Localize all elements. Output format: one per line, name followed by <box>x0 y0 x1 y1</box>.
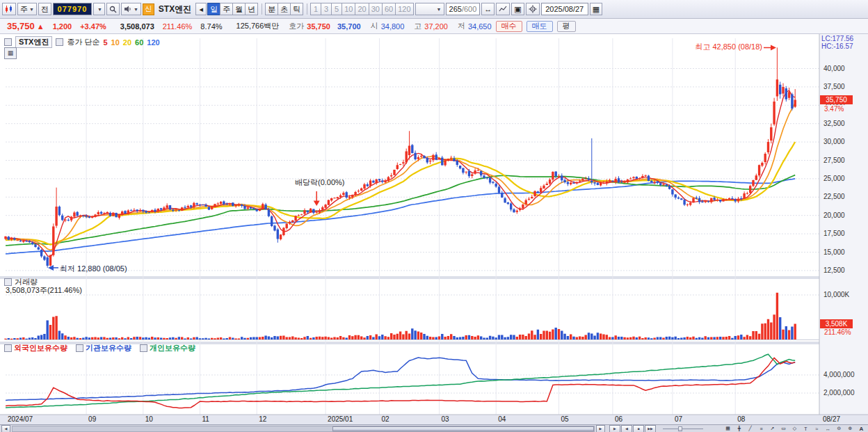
interval-button-30[interactable]: 30 <box>369 3 383 15</box>
pane-toggle-icon[interactable] <box>4 344 12 352</box>
minute-tab-분[interactable]: 분 <box>265 3 278 15</box>
zoom-in-icon[interactable]: ⊕ <box>845 425 855 432</box>
chevron-down-icon: ▼ <box>29 7 34 12</box>
trendline-icon[interactable]: ╱ <box>745 425 755 432</box>
pane-toggle-icon[interactable] <box>76 344 83 352</box>
calendar-icon: ▦ <box>593 5 600 14</box>
crosshair-icon[interactable]: ╋ <box>734 425 744 432</box>
playback-group: ▶◀■▶▶ <box>609 425 656 432</box>
save-chart-button[interactable]: ▣ <box>511 3 524 15</box>
bar-count-input[interactable]: 265/600 <box>446 3 481 15</box>
scroll-left-button[interactable]: ◀ <box>1 425 10 432</box>
scroll-right-button[interactable]: ▶ <box>596 425 605 432</box>
calendar-button[interactable]: ▦ <box>590 3 602 15</box>
code-dropdown-button[interactable]: ▼ <box>93 3 105 15</box>
zoom-out-icon[interactable]: ⊖ <box>834 425 844 432</box>
data-grid-button[interactable]: ▦ <box>4 47 17 59</box>
chart-settings-button[interactable] <box>526 3 540 15</box>
chart-canvas[interactable]: 2024/07091011122025/010203040506070808/2… <box>0 34 868 424</box>
open-price: 34,800 <box>381 22 405 31</box>
chart-region: 2024/07091011122025/010203040506070808/2… <box>0 34 868 424</box>
price-change-pct: +3.47% <box>80 22 106 31</box>
price-tick-label: 12,500 <box>823 266 845 274</box>
sound-toggle-button[interactable]: ▼ <box>121 3 141 15</box>
sell-button[interactable]: 매도 <box>527 21 553 32</box>
pane-toggle-icon[interactable] <box>140 344 147 352</box>
fast-forward-button[interactable]: ▶▶ <box>645 425 656 432</box>
play-button[interactable]: ▶ <box>609 425 620 432</box>
interval-button-1[interactable]: 1 <box>310 3 321 15</box>
bid-price: 35,700 <box>337 22 361 31</box>
ma10-legend: 10 <box>111 38 120 47</box>
ma20-legend: 20 <box>123 38 131 47</box>
rect-tool-icon[interactable]: ▭ <box>778 425 789 432</box>
period-tab-일[interactable]: 일 <box>207 3 220 15</box>
grid-icon[interactable]: ▦ <box>723 425 733 432</box>
save-icon: ▣ <box>514 5 521 14</box>
bar-count-value: 265 <box>449 5 462 13</box>
chevron-down-icon: ▼ <box>437 7 442 12</box>
volume-pane-value: 3,508,073주(211.46%) <box>6 285 82 296</box>
scrollbar-thumb[interactable] <box>332 426 594 431</box>
interval-button-5[interactable]: 5 <box>331 3 342 15</box>
period-tab-월[interactable]: 월 <box>232 3 246 15</box>
period-tab-년[interactable]: 년 <box>245 3 258 15</box>
wave-tool-icon[interactable]: ≈ <box>812 425 822 432</box>
arrow-tool-icon[interactable]: ↗ <box>767 425 778 432</box>
stop-button[interactable]: ■ <box>633 425 644 432</box>
avg-button[interactable]: 평 <box>557 21 576 32</box>
stock-code-input[interactable]: 077970 <box>53 3 92 15</box>
minute-tab-틱[interactable]: 틱 <box>290 3 303 15</box>
interval-button-60[interactable]: 60 <box>382 3 396 15</box>
custom-interval-dropdown[interactable]: ▼ <box>415 3 444 15</box>
x-axis-label: 02 <box>382 415 390 423</box>
pane1-header: STX엔진 종가 단순 5 10 20 60 120 <box>4 36 160 48</box>
interval-button-20[interactable]: 20 <box>355 3 369 15</box>
slider-handle[interactable] <box>678 426 682 431</box>
interval-button-10[interactable]: 10 <box>341 3 355 15</box>
pan-tool-button[interactable]: ↔ <box>481 3 495 15</box>
chevron-down-icon: ▼ <box>134 7 138 12</box>
chart-type-dropdown[interactable]: 주▼ <box>17 3 37 15</box>
x-axis-label: 07 <box>675 415 683 423</box>
stock-search-button[interactable] <box>106 3 120 15</box>
date-input[interactable]: 2025/08/27 <box>541 3 588 15</box>
holdings-legend: 외국인보유수량기관보유수량개인보유수량 <box>4 343 195 353</box>
pane-toggle-icon[interactable] <box>4 38 12 46</box>
horizontal-line-icon[interactable]: ≡ <box>756 425 766 432</box>
current-volume-axis-badge: 3,508K <box>820 319 853 328</box>
price-tick-label: 40,000 <box>823 65 845 72</box>
period-high-annotation: 최고 42,850 (08/18) <box>658 42 762 52</box>
divider <box>307 3 307 15</box>
divider <box>262 3 262 15</box>
line-chart-tool-button[interactable] <box>496 3 510 15</box>
buy-button[interactable]: 매수 <box>496 21 522 32</box>
zoom-slider[interactable] <box>663 426 703 432</box>
trading-app-window: 주▼ 전 077970 ▼ ▼ 신 STX엔진 ◂ 일주월년 분초틱 13510… <box>0 0 868 432</box>
chart-background <box>0 34 868 424</box>
chart-scrollbar[interactable] <box>12 426 595 432</box>
interval-button-3[interactable]: 3 <box>321 3 332 15</box>
auto-scale-button[interactable]: A <box>856 425 867 432</box>
volume-rate-axis-label: 211.46% <box>821 328 856 336</box>
interval-button-120[interactable]: 120 <box>395 3 413 15</box>
lc-indicator: LC:177.56 <box>821 35 853 42</box>
ma120-legend: 120 <box>147 38 159 47</box>
slider-track <box>663 429 703 429</box>
text-tool-icon[interactable]: T <box>801 425 811 432</box>
foreigner-holdings-legend: 외국인보유수량 <box>4 343 67 353</box>
prev-stock-button[interactable]: 전 <box>38 3 51 15</box>
x-axis-label: 04 <box>498 415 506 423</box>
step-back-button[interactable]: ◀ <box>621 425 632 432</box>
value-axis-column <box>819 34 868 415</box>
chart-window-icon[interactable] <box>2 3 16 15</box>
collapse-button[interactable]: ◂ <box>195 3 207 15</box>
indicator-toggle-icon[interactable] <box>56 38 63 46</box>
volume-rate: 211.46% <box>163 22 193 31</box>
turnover-rate: 8.74% <box>200 22 222 31</box>
period-tab-주[interactable]: 주 <box>220 3 233 15</box>
minute-tab-초[interactable]: 초 <box>278 3 291 15</box>
individual-holdings-legend: 개인보유수량 <box>140 343 195 353</box>
diamond-tool-icon[interactable]: ◇ <box>789 425 800 432</box>
pan-icon[interactable]: ↔ <box>823 425 833 432</box>
